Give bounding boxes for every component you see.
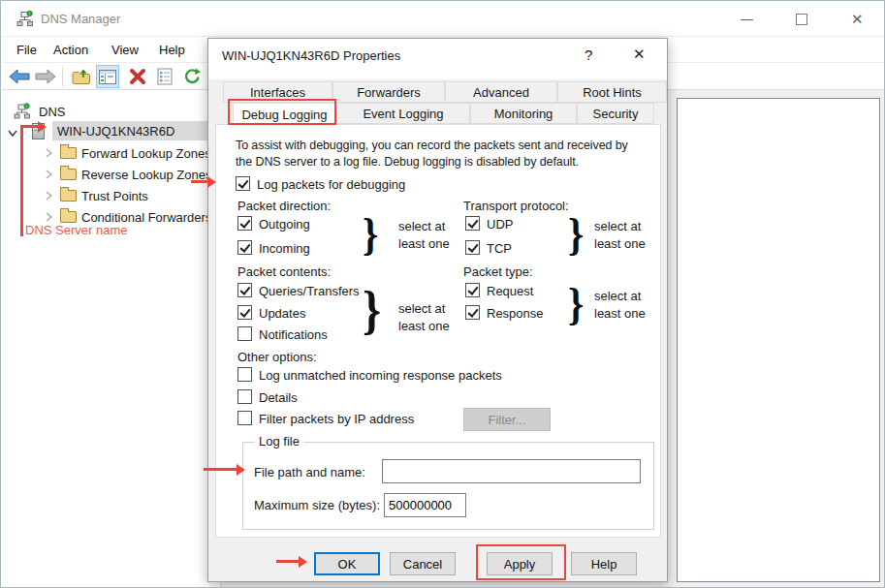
transport-protocol-label: Transport protocol:: [463, 199, 569, 214]
menu-action[interactable]: Action: [53, 43, 88, 58]
log-packets-checkbox[interactable]: [236, 176, 250, 191]
dialog-title-bar: WIN-UJQ1KN43R6D Properties ? ✕: [208, 39, 667, 79]
apply-button[interactable]: Apply: [487, 552, 553, 575]
folder-icon: [60, 190, 77, 201]
outgoing-label[interactable]: Outgoing: [259, 217, 310, 232]
details-checkbox[interactable]: [237, 389, 252, 404]
dns-manager-window: DNS Manager ✕ File Action View Help: [0, 0, 885, 588]
incoming-checkbox[interactable]: [237, 240, 252, 255]
tab-root-hints[interactable]: Root Hints: [557, 81, 667, 103]
console-tree-icon[interactable]: [96, 65, 119, 88]
folder-icon: [60, 169, 77, 180]
tree-item-forward-zones[interactable]: Forward Lookup Zones: [81, 146, 211, 162]
tcp-label[interactable]: TCP: [487, 241, 512, 257]
menu-help[interactable]: Help: [159, 43, 185, 58]
collapse-chevron-icon[interactable]: [45, 169, 52, 183]
updates-label[interactable]: Updates: [259, 306, 305, 322]
refresh-icon[interactable]: [180, 65, 204, 88]
intro-line-1: To assist with debugging, you can record…: [236, 138, 628, 153]
folder-icon: [60, 147, 77, 159]
title-bar: DNS Manager ✕: [2, 1, 885, 37]
max-size-input[interactable]: [384, 493, 466, 517]
request-checkbox[interactable]: [465, 283, 480, 297]
close-icon[interactable]: ✕: [851, 11, 864, 28]
server-icon: [32, 123, 45, 139]
notifications-checkbox[interactable]: [237, 326, 252, 341]
filter-button: Filter...: [463, 408, 551, 431]
response-checkbox[interactable]: [465, 305, 480, 320]
tab-debug-logging[interactable]: Debug Logging: [233, 103, 336, 125]
notifications-label[interactable]: Notifications: [259, 327, 328, 343]
collapse-chevron-icon[interactable]: [45, 211, 52, 226]
menu-file[interactable]: File: [16, 43, 37, 58]
menu-view[interactable]: View: [111, 43, 139, 58]
cancel-button[interactable]: Cancel: [390, 552, 456, 575]
brace-glyph: }: [363, 208, 378, 260]
ok-button[interactable]: OK: [314, 552, 380, 575]
intro-line-2: the DNS server to a log file. Debug logg…: [236, 154, 579, 170]
filter-by-ip-label[interactable]: Filter packets by IP address: [259, 412, 414, 427]
properties-icon[interactable]: [153, 65, 176, 88]
toolbar-separator: [62, 67, 63, 86]
packet-type-label: Packet type:: [463, 264, 533, 280]
export-list-icon[interactable]: [70, 65, 93, 88]
result-list-panel: [677, 98, 880, 582]
log-unmatched-label[interactable]: Log unmatched incoming response packets: [259, 368, 502, 384]
minimize-icon[interactable]: [741, 19, 753, 20]
updates-checkbox[interactable]: [237, 305, 252, 320]
udp-label[interactable]: UDP: [487, 217, 513, 232]
tcp-checkbox[interactable]: [465, 240, 480, 255]
window-title: DNS Manager: [41, 12, 120, 27]
select-note: least one: [594, 236, 646, 252]
select-note: least one: [398, 236, 450, 252]
file-path-input[interactable]: [382, 459, 641, 483]
tree-item-dns[interactable]: DNS: [39, 105, 65, 120]
tree-item-reverse-zones[interactable]: Reverse Lookup Zones: [81, 168, 211, 183]
select-note: select at: [594, 219, 641, 234]
tree-item-trust-points[interactable]: Trust Points: [81, 189, 148, 204]
collapse-chevron-icon[interactable]: [45, 147, 52, 162]
max-size-label: Maximum size (bytes):: [254, 498, 380, 513]
delete-icon[interactable]: [126, 65, 149, 88]
dialog-help-icon[interactable]: ?: [585, 46, 592, 63]
collapse-chevron-icon[interactable]: [45, 190, 52, 204]
debug-logging-page: To assist with debugging, you can record…: [215, 124, 661, 538]
packet-direction-label: Packet direction:: [237, 199, 331, 214]
tree-item-server[interactable]: WIN-UJQ1KN43R6D: [57, 124, 174, 139]
log-file-group-label: Log file: [255, 434, 303, 449]
queries-label[interactable]: Queries/Transfers: [259, 284, 360, 299]
expand-chevron-icon[interactable]: [7, 127, 18, 141]
tab-forwarders[interactable]: Forwarders: [332, 81, 445, 103]
log-packets-label[interactable]: Log packets for debugging: [257, 177, 405, 193]
select-note: select at: [594, 289, 641, 304]
properties-dialog: WIN-UJQ1KN43R6D Properties ? ✕ Interface…: [207, 38, 668, 582]
request-label[interactable]: Request: [487, 284, 533, 299]
log-file-group: Log file File path and name: Maximum siz…: [242, 442, 654, 530]
app-icon: [16, 10, 34, 30]
maximize-icon[interactable]: [796, 14, 807, 25]
back-icon[interactable]: [8, 65, 31, 88]
select-note: select at: [398, 301, 445, 317]
outgoing-checkbox[interactable]: [237, 216, 252, 231]
tab-advanced[interactable]: Advanced: [445, 81, 557, 103]
tree-panel: DNS WIN-UJQ1KN43R6D Forward Lookup Zones…: [2, 90, 221, 588]
brace-glyph: }: [568, 208, 584, 260]
tree-item-conditional-forwarders[interactable]: Conditional Forwarders: [81, 210, 211, 226]
tab-security[interactable]: Security: [577, 103, 654, 124]
udp-checkbox[interactable]: [465, 216, 480, 231]
filter-by-ip-checkbox[interactable]: [237, 411, 252, 425]
tab-event-logging[interactable]: Event Logging: [336, 103, 470, 124]
help-button[interactable]: Help: [571, 552, 637, 575]
queries-checkbox[interactable]: [237, 283, 252, 297]
incoming-label[interactable]: Incoming: [259, 241, 310, 257]
response-label[interactable]: Response: [487, 306, 544, 322]
tab-monitoring[interactable]: Monitoring: [470, 103, 577, 124]
dialog-close-icon[interactable]: ✕: [633, 46, 646, 63]
log-unmatched-checkbox[interactable]: [237, 367, 252, 382]
other-options-label: Other options:: [237, 350, 317, 365]
tab-interfaces[interactable]: Interfaces: [223, 81, 332, 103]
file-path-label: File path and name:: [254, 465, 365, 480]
forward-icon[interactable]: [34, 65, 57, 88]
details-label[interactable]: Details: [259, 390, 298, 406]
dialog-title: WIN-UJQ1KN43R6D Properties: [222, 48, 400, 64]
